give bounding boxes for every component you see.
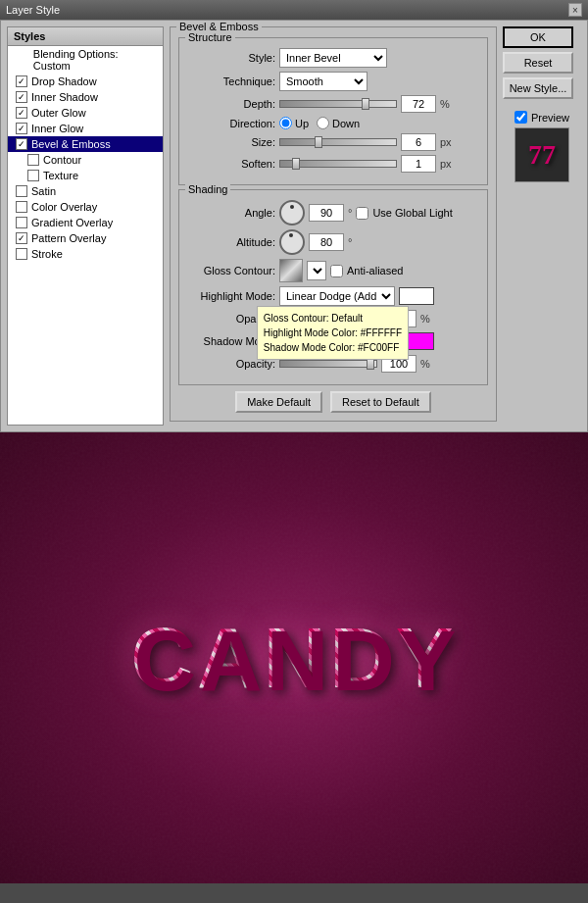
soften-slider[interactable]: [279, 160, 397, 168]
angle-dial[interactable]: [279, 200, 305, 226]
gloss-contour-select[interactable]: [307, 261, 326, 280]
reset-to-default-button[interactable]: Reset to Default: [330, 391, 431, 413]
checkbox-color-overlay[interactable]: [16, 201, 27, 213]
sidebar-item-satin[interactable]: Satin: [8, 183, 163, 199]
title-bar: Layer Style ×: [0, 0, 588, 20]
preview-checkbox-row: Preview: [514, 111, 569, 124]
size-label: Size:: [187, 136, 275, 148]
technique-select[interactable]: Smooth Chisel Hard Chisel Soft: [279, 72, 368, 91]
shadow-opacity-slider[interactable]: [279, 360, 377, 368]
reset-button[interactable]: Reset: [503, 52, 573, 74]
sidebar-item-outer-glow[interactable]: Outer Glow: [8, 105, 163, 121]
anti-aliased-checkbox[interactable]: [330, 265, 343, 277]
new-style-button[interactable]: New Style...: [503, 77, 573, 99]
soften-label: Soften:: [187, 158, 275, 170]
style-row: Style: Inner Bevel Outer Bevel Emboss: [187, 48, 479, 68]
highlight-opacity-slider[interactable]: [279, 315, 377, 323]
style-select[interactable]: Inner Bevel Outer Bevel Emboss: [279, 48, 387, 68]
angle-input[interactable]: [309, 204, 344, 222]
altitude-input[interactable]: [309, 233, 344, 251]
sidebar-item-label-pattern-overlay: Pattern Overlay: [31, 232, 106, 244]
sidebar-item-drop-shadow[interactable]: Drop Shadow: [8, 74, 163, 89]
preview-section: Preview 77: [503, 111, 581, 182]
checkbox-inner-glow[interactable]: [16, 123, 27, 134]
size-row: Size: px: [187, 133, 479, 151]
soften-input[interactable]: [401, 155, 436, 173]
highlight-opacity-input[interactable]: [381, 310, 416, 327]
sidebar-item-label-stroke: Stroke: [31, 248, 63, 260]
preview-label: Preview: [531, 112, 569, 124]
direction-down[interactable]: Down: [317, 117, 360, 129]
styles-header: Styles: [8, 27, 163, 46]
shading-title: Shading: [185, 183, 230, 195]
gloss-contour-label: Gloss Contour:: [187, 265, 275, 276]
shadow-mode-row: Shadow Mode: Color Dodge Normal Multiply: [187, 331, 479, 351]
preview-box: 77: [514, 127, 569, 182]
sidebar-item-label-drop-shadow: Drop Shadow: [31, 75, 97, 87]
sidebar-item-bevel-emboss[interactable]: Bevel & Emboss: [8, 136, 163, 152]
checkbox-contour[interactable]: [27, 154, 39, 166]
shading-section: Shading Angle: ° Use Global Light: [178, 189, 488, 385]
altitude-degree: °: [348, 236, 352, 248]
direction-up[interactable]: Up: [279, 117, 309, 129]
direction-down-label: Down: [332, 118, 360, 129]
sidebar-item-label-bevel-emboss: Bevel & Emboss: [31, 138, 111, 150]
size-input[interactable]: [401, 133, 436, 151]
left-panel: Styles Blending Options: CustomDrop Shad…: [7, 26, 164, 426]
sidebar-item-stroke[interactable]: Stroke: [8, 246, 163, 262]
highlight-mode-select[interactable]: Linear Dodge (Add) Normal Screen: [279, 286, 395, 306]
sidebar-item-inner-shadow[interactable]: Inner Shadow: [8, 89, 163, 105]
checkbox-pattern-overlay[interactable]: [16, 232, 27, 244]
preview-checkbox[interactable]: [514, 111, 527, 124]
highlight-mode-label: Highlight Mode:: [187, 290, 275, 302]
sidebar-item-gradient-overlay[interactable]: Gradient Overlay: [8, 215, 163, 230]
use-global-light-label: Use Global Light: [372, 207, 452, 219]
sidebar-item-label-inner-glow: Inner Glow: [31, 123, 83, 134]
sidebar-item-pattern-overlay[interactable]: Pattern Overlay: [8, 230, 163, 246]
checkbox-gradient-overlay[interactable]: [16, 217, 27, 228]
checkbox-outer-glow[interactable]: [16, 107, 27, 119]
shadow-opacity-row: Opacity: %: [187, 355, 479, 373]
sidebar-item-contour[interactable]: Contour: [8, 152, 163, 168]
checkbox-texture[interactable]: [27, 170, 39, 181]
gloss-contour-row: Gloss Contour: Anti-aliased: [187, 259, 479, 282]
depth-input[interactable]: [401, 95, 436, 113]
highlight-color-swatch[interactable]: [399, 287, 434, 305]
depth-row: Depth: %: [187, 95, 479, 113]
direction-label: Direction:: [187, 118, 275, 129]
shadow-opacity-input[interactable]: [381, 355, 416, 373]
shadow-color-swatch[interactable]: [399, 332, 434, 350]
shadow-mode-select[interactable]: Color Dodge Normal Multiply: [279, 331, 395, 351]
sidebar-item-blending-options[interactable]: Blending Options: Custom: [8, 46, 163, 74]
sidebar-item-label-texture: Texture: [43, 170, 78, 181]
sidebar-item-texture[interactable]: Texture: [8, 168, 163, 183]
ok-button[interactable]: OK: [503, 26, 573, 48]
shadow-mode-label: Shadow Mode:: [187, 335, 275, 347]
sidebar-item-label-blending-options: Blending Options: Custom: [33, 48, 157, 72]
gloss-contour-preview[interactable]: [279, 259, 303, 282]
depth-unit: %: [440, 98, 450, 110]
depth-slider[interactable]: [279, 100, 397, 108]
technique-label: Technique:: [187, 75, 275, 87]
checkbox-satin[interactable]: [16, 185, 27, 197]
use-global-light-checkbox[interactable]: [356, 207, 368, 220]
size-slider[interactable]: [279, 138, 397, 146]
size-unit: px: [440, 136, 452, 148]
canvas-area: CANDY: [0, 432, 588, 883]
soften-unit: px: [440, 158, 452, 170]
altitude-dial[interactable]: [279, 229, 305, 255]
close-button[interactable]: ×: [568, 3, 582, 17]
direction-radio-group: Up Down: [279, 117, 360, 129]
checkbox-bevel-emboss[interactable]: [16, 138, 27, 150]
make-default-button[interactable]: Make Default: [235, 391, 322, 413]
sidebar-item-color-overlay[interactable]: Color Overlay: [8, 199, 163, 215]
checkbox-drop-shadow[interactable]: [16, 75, 27, 87]
dialog-body: Styles Blending Options: CustomDrop Shad…: [1, 21, 587, 431]
structure-section: Structure Style: Inner Bevel Outer Bevel…: [178, 37, 488, 185]
highlight-opacity-label: Opacity:: [187, 313, 275, 325]
checkbox-inner-shadow[interactable]: [16, 91, 27, 103]
bottom-buttons: Make Default Reset to Default: [178, 391, 488, 413]
sidebar-item-inner-glow[interactable]: Inner Glow: [8, 121, 163, 136]
checkbox-stroke[interactable]: [16, 248, 27, 260]
center-panel: Bevel & Emboss Structure Style: Inner Be…: [170, 26, 497, 426]
